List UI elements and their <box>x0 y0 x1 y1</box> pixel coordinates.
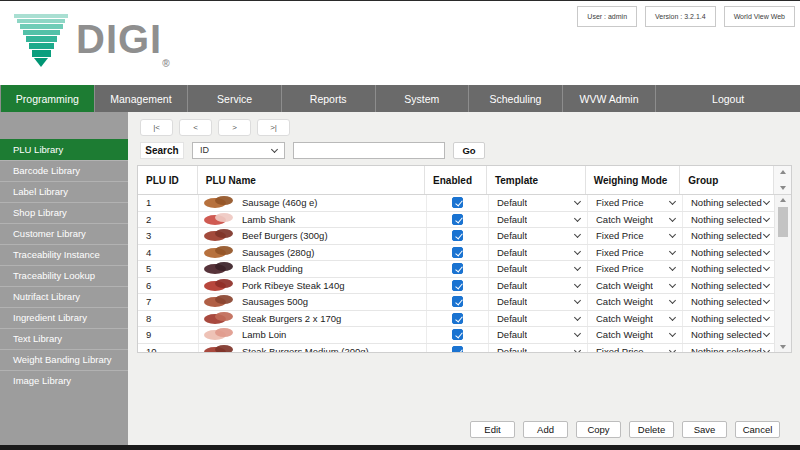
enabled-checkbox[interactable] <box>452 313 463 324</box>
table-row[interactable]: 8 Steak Burgers 2 x 170g <box>138 311 791 328</box>
group-select[interactable]: Nothing selected <box>683 311 776 327</box>
nav-tab-logout[interactable]: Logout <box>655 85 800 112</box>
sidebar-item-nutrifact-library[interactable]: Nutrifact Library <box>0 286 128 307</box>
nav-tab-scheduling[interactable]: Scheduling <box>468 85 562 112</box>
sidebar-item-plu-library[interactable]: PLU Library <box>0 139 128 160</box>
weighing-mode-select[interactable]: Fixed Price <box>588 245 682 261</box>
table-row[interactable]: 7 Sausages 500g <box>138 294 791 311</box>
table-row[interactable]: 6 Pork Ribeye Steak 140g <box>138 278 791 295</box>
action-button-delete[interactable]: Delete <box>629 421 674 438</box>
search-button[interactable]: Search <box>140 142 184 159</box>
pager-button[interactable]: > <box>218 119 251 136</box>
enabled-cell <box>426 261 488 277</box>
sidebar-item-weight-banding-library[interactable]: Weight Banding Library <box>0 349 128 370</box>
scroll-up-icon[interactable] <box>780 170 786 174</box>
scrollbar-up-button[interactable] <box>780 198 786 202</box>
nav-tab-reports[interactable]: Reports <box>281 85 375 112</box>
weighing-mode-select[interactable]: Catch Weight <box>588 212 682 228</box>
enabled-checkbox[interactable] <box>452 263 463 274</box>
template-select[interactable]: Default <box>489 311 587 327</box>
weighing-mode-select[interactable]: Fixed Price <box>588 261 682 277</box>
sidebar-item-image-library[interactable]: Image Library <box>0 370 128 391</box>
nav-tab-management[interactable]: Management <box>94 85 188 112</box>
column-header-template: Template <box>487 166 586 194</box>
table-row[interactable]: 2 Lamb Shank <box>138 212 791 229</box>
sidebar-item-traceability-lookup[interactable]: Traceability Lookup <box>0 265 128 286</box>
sidebar-item-barcode-library[interactable]: Barcode Library <box>0 160 128 181</box>
table-row[interactable]: 3 Beef Burgers (300g) <box>138 228 791 245</box>
enabled-cell <box>426 311 488 327</box>
template-select[interactable]: Default <box>489 327 587 343</box>
enabled-checkbox[interactable] <box>452 346 463 352</box>
enabled-checkbox[interactable] <box>452 230 463 241</box>
sidebar-item-label-library[interactable]: Label Library <box>0 181 128 202</box>
weighing-mode-select[interactable]: Catch Weight <box>588 327 682 343</box>
weighing-mode-select[interactable]: Fixed Price <box>588 195 682 211</box>
weighing-mode-select[interactable]: Catch Weight <box>588 311 682 327</box>
group-select[interactable]: Nothing selected <box>683 228 776 244</box>
sidebar-item-shop-library[interactable]: Shop Library <box>0 202 128 223</box>
go-button[interactable]: Go <box>453 142 485 159</box>
template-select[interactable]: Default <box>489 212 587 228</box>
weighing-mode-select[interactable]: Fixed Price <box>588 344 682 353</box>
search-field-select[interactable]: ID <box>192 142 285 159</box>
weighing-mode-select[interactable]: Catch Weight <box>588 294 682 310</box>
search-input[interactable] <box>293 142 445 159</box>
template-select[interactable]: Default <box>489 344 587 353</box>
enabled-checkbox[interactable] <box>452 296 463 307</box>
scroll-down-icon[interactable] <box>780 186 786 190</box>
nav-tab-wvw-admin[interactable]: WVW Admin <box>562 85 656 112</box>
action-button-add[interactable]: Add <box>523 421 568 438</box>
enabled-checkbox[interactable] <box>452 214 463 225</box>
action-button-cancel[interactable]: Cancel <box>735 421 780 438</box>
sidebar-item-ingredient-library[interactable]: Ingredient Library <box>0 307 128 328</box>
table-row[interactable]: 10 Steak Burgers Medium (200g) <box>138 344 791 353</box>
weighing-mode-select[interactable]: Catch Weight <box>588 278 682 294</box>
enabled-checkbox[interactable] <box>452 329 463 340</box>
group-select[interactable]: Nothing selected <box>683 212 776 228</box>
action-button-copy[interactable]: Copy <box>576 421 621 438</box>
group-select[interactable]: Nothing selected <box>683 344 776 353</box>
pager-button[interactable]: >| <box>257 119 290 136</box>
search-bar: Search ID Go <box>140 141 485 159</box>
enabled-checkbox[interactable] <box>452 197 463 208</box>
table-row[interactable]: 5 Black Pudding <box>138 261 791 278</box>
action-button-edit[interactable]: Edit <box>470 421 515 438</box>
group-select[interactable]: Nothing selected <box>683 327 776 343</box>
chevron-down-icon <box>669 347 676 352</box>
group-select[interactable]: Nothing selected <box>683 294 776 310</box>
template-select[interactable]: Default <box>489 294 587 310</box>
table-row[interactable]: 1 Sausage (460g e) <box>138 195 791 212</box>
nav-tab-programming[interactable]: Programming <box>0 85 94 112</box>
template-select[interactable]: Default <box>489 228 587 244</box>
template-select[interactable]: Default <box>489 261 587 277</box>
sidebar-item-customer-library[interactable]: Customer Library <box>0 223 128 244</box>
sidebar-item-traceability-instance[interactable]: Traceability Instance <box>0 244 128 265</box>
chevron-down-icon <box>574 215 581 222</box>
enabled-checkbox[interactable] <box>452 247 463 258</box>
enabled-checkbox[interactable] <box>452 280 463 291</box>
template-select[interactable]: Default <box>489 278 587 294</box>
pager-button[interactable]: |< <box>140 119 173 136</box>
table-scrollbar[interactable] <box>774 195 791 352</box>
weighing-mode-select[interactable]: Fixed Price <box>588 228 682 244</box>
nav-tab-system[interactable]: System <box>375 85 469 112</box>
action-button-save[interactable]: Save <box>682 421 727 438</box>
template-select[interactable]: Default <box>489 195 587 211</box>
template-cell: Default <box>488 212 587 228</box>
template-select[interactable]: Default <box>489 245 587 261</box>
scrollbar-down-button[interactable] <box>780 345 786 349</box>
chevron-down-icon <box>574 347 581 352</box>
weighing-mode-cell: Catch Weight <box>587 212 682 228</box>
chevron-down-icon <box>669 314 676 321</box>
table-row[interactable]: 9 Lamb Loin <box>138 327 791 344</box>
group-select[interactable]: Nothing selected <box>683 245 776 261</box>
table-row[interactable]: 4 Sausages (280g) <box>138 245 791 262</box>
scrollbar-thumb[interactable] <box>778 207 788 237</box>
group-select[interactable]: Nothing selected <box>683 278 776 294</box>
group-select[interactable]: Nothing selected <box>683 195 776 211</box>
sidebar-item-text-library[interactable]: Text Library <box>0 328 128 349</box>
nav-tab-service[interactable]: Service <box>187 85 281 112</box>
pager-button[interactable]: < <box>179 119 212 136</box>
group-select[interactable]: Nothing selected <box>683 261 776 277</box>
